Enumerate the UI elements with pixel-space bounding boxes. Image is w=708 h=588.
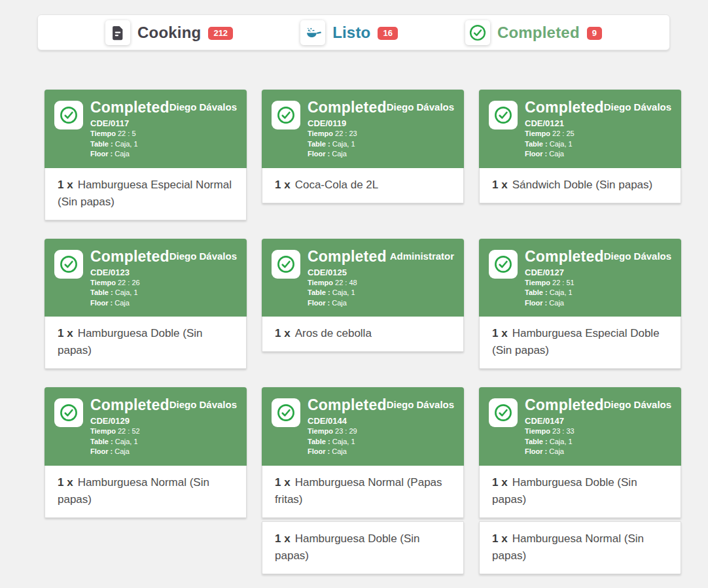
order-floor: Floor : Caja [308,149,454,160]
card-items: 1 xCoca-Cola de 2L [262,168,464,203]
item-quantity: 1 x [58,476,73,489]
tab-cooking-label: Cooking [137,24,201,42]
orders-grid: Completed Diego Dávalos CDE/0117 Tiempo … [44,90,662,574]
order-card[interactable]: Completed Diego Dávalos CDE/0121 Tiempo … [479,90,681,203]
card-items: 1 xHamburguesa Normal (Papas fritas) 1 x… [262,466,464,574]
table-value: Caja, 1 [550,438,573,445]
order-floor: Floor : Caja [90,447,237,457]
check-circle-icon [465,20,490,45]
order-card-header-main: Completed Diego Dávalos CDE/0127 Tiempo … [525,248,671,309]
order-tiempo: Tiempo 22 : 26 [90,278,237,288]
order-table: Table : Caja, 1 [308,139,454,150]
tiempo-value: 22 : 48 [335,279,357,286]
order-number: CDE/0125 [308,267,454,278]
order-table: Table : Caja, 1 [525,288,671,298]
order-card-header: Completed Diego Dávalos CDE/0127 Tiempo … [479,239,681,317]
order-card-header-main: Completed Diego Dávalos CDE/0123 Tiempo … [90,248,237,309]
order-card[interactable]: Completed Administrator CDE/0125 Tiempo … [262,239,464,353]
order-floor: Floor : Caja [525,298,671,309]
order-card[interactable]: Completed Diego Dávalos CDE/0147 Tiempo … [479,387,681,574]
order-card-header-main: Completed Diego Dávalos CDE/0129 Tiempo … [90,396,237,457]
order-tiempo: Tiempo 23 : 33 [525,426,671,437]
order-tiempo: Tiempo 22 : 5 [90,129,237,139]
table-label: Table : [90,288,113,296]
table-value: Caja, 1 [550,288,573,296]
item-name: Hamburguesa Normal (Sin papas) [492,532,644,562]
table-label: Table : [308,438,330,445]
order-table: Table : Caja, 1 [308,437,454,447]
floor-label: Floor : [308,150,330,158]
order-card[interactable]: Completed Diego Dávalos CDE/0123 Tiempo … [44,239,247,370]
floor-value: Caja [549,447,564,455]
order-table: Table : Caja, 1 [90,139,237,150]
tiempo-value: 22 : 23 [335,130,357,137]
card-items: 1 xAros de cebolla [262,317,464,352]
item-quantity: 1 x [275,179,291,191]
tiempo-value: 22 : 51 [552,279,575,286]
order-item: 1 xHamburguesa Normal (Sin papas) [479,521,681,574]
order-number: CDE/0147 [525,415,671,426]
order-card[interactable]: Completed Diego Dávalos CDE/0117 Tiempo … [44,90,247,220]
item-name: Hamburguesa Doble (Sin papas) [492,476,637,506]
floor-value: Caja [332,447,347,455]
order-card-header-main: Completed Diego Dávalos CDE/0144 Tiempo … [308,396,454,457]
floor-label: Floor : [308,447,330,455]
order-floor: Floor : Caja [90,149,237,160]
order-card-header-main: Completed Diego Dávalos CDE/0119 Tiempo … [308,99,454,160]
item-name: Coca-Cola de 2L [295,179,379,191]
order-user-name: Diego Dávalos [387,101,454,113]
table-value: Caja, 1 [332,438,355,445]
tiempo-label: Tiempo [308,130,333,137]
order-card-header-main: Completed Diego Dávalos CDE/0117 Tiempo … [90,99,237,160]
item-quantity: 1 x [58,179,73,191]
floor-value: Caja [549,150,564,158]
table-label: Table : [525,288,548,296]
tiempo-value: 22 : 25 [552,130,575,137]
order-item: 1 xSándwich Doble (Sin papas) [479,168,681,203]
floor-label: Floor : [525,447,547,455]
item-quantity: 1 x [275,327,291,339]
table-label: Table : [525,140,548,148]
tab-cooking[interactable]: Cooking 212 [105,20,233,45]
order-user-name: Diego Dávalos [604,399,671,411]
table-value: Caja, 1 [332,140,355,148]
order-card[interactable]: Completed Diego Dávalos CDE/0119 Tiempo … [262,90,464,203]
item-quantity: 1 x [58,327,73,339]
tiempo-label: Tiempo [525,427,550,435]
tab-completed[interactable]: Completed 9 [465,20,602,45]
order-table: Table : Caja, 1 [525,139,671,150]
floor-value: Caja [332,299,347,307]
order-item: 1 xHamburguesa Normal (Papas fritas) [262,466,464,518]
order-tiempo: Tiempo 23 : 29 [308,426,454,437]
order-status: Completed [525,248,604,265]
order-number: CDE/0129 [90,415,237,426]
status-tab-bar: Cooking 212 Listo 16 Completed 9 [37,14,670,50]
order-card[interactable]: Completed Diego Dávalos CDE/0127 Tiempo … [479,239,681,370]
tiempo-value: 22 : 5 [118,130,136,137]
tiempo-value: 23 : 33 [552,427,575,435]
order-card-header: Completed Diego Dávalos CDE/0117 Tiempo … [44,90,247,168]
item-quantity: 1 x [492,532,508,545]
order-number: CDE/0123 [90,267,237,278]
card-items: 1 xHamburguesa Especial Doble (Sin papas… [479,317,681,369]
order-card-header: Completed Diego Dávalos CDE/0147 Tiempo … [479,387,681,466]
item-name: Hamburguesa Especial Doble (Sin papas) [492,327,660,356]
item-quantity: 1 x [492,179,508,191]
check-circle-icon [272,101,300,130]
order-card[interactable]: Completed Diego Dávalos CDE/0144 Tiempo … [262,387,464,574]
order-status: Completed [525,99,604,116]
order-status: Completed [90,396,169,413]
table-value: Caja, 1 [332,288,355,296]
tiempo-label: Tiempo [90,427,116,435]
floor-label: Floor : [90,299,113,307]
order-card[interactable]: Completed Diego Dávalos CDE/0129 Tiempo … [44,387,247,518]
floor-label: Floor : [90,447,113,455]
order-table: Table : Caja, 1 [525,437,671,447]
tab-listo[interactable]: Listo 16 [300,20,398,45]
table-value: Caja, 1 [115,438,138,445]
card-items: 1 xSándwich Doble (Sin papas) [479,168,681,203]
floor-label: Floor : [308,299,330,307]
order-user-name: Administrator [390,251,454,262]
order-user-name: Diego Dávalos [169,251,237,262]
order-user-name: Diego Dávalos [604,251,671,262]
